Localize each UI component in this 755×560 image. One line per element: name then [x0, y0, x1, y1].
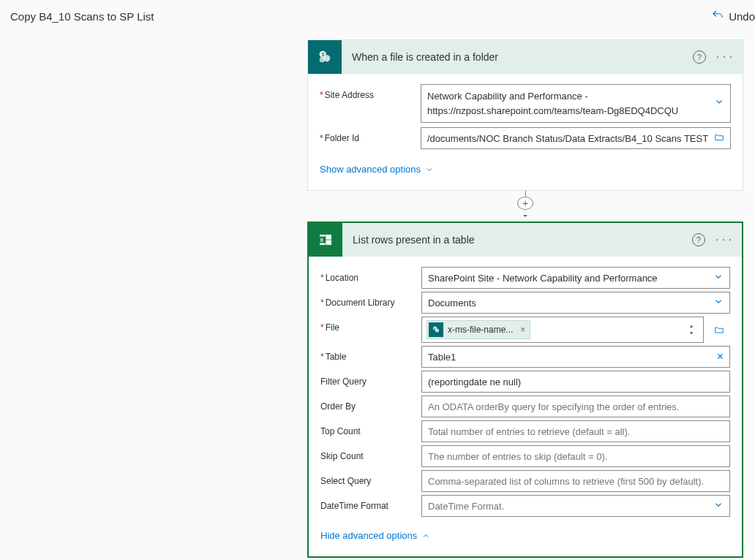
help-icon[interactable]: ? [693, 50, 706, 64]
more-icon[interactable]: · · · [715, 233, 732, 246]
stepper-icon[interactable]: ▴▾ [684, 323, 699, 336]
topbar-actions: Undo [711, 9, 755, 24]
chevron-up-icon [421, 531, 430, 540]
table-input[interactable]: Table1 × [421, 346, 730, 368]
folder-id-input[interactable]: /documents/NOC Branch Status/Data Extrac… [421, 127, 731, 149]
svg-text:X: X [320, 237, 323, 243]
top-input[interactable]: Total number of entries to retrieve (def… [421, 420, 730, 442]
trigger-body: *Site Address Network Capability and Per… [308, 74, 743, 190]
flow-canvas: S When a file is created in a folder ? ·… [307, 39, 743, 558]
help-icon[interactable]: ? [692, 233, 705, 246]
sharepoint-icon: S [308, 40, 342, 74]
filter-label: Filter Query [320, 371, 421, 387]
topbar: Copy B4_10 Scans to SP List Undo [0, 0, 755, 33]
select-label: Select Query [320, 470, 421, 486]
step-connector: + [307, 191, 743, 222]
folder-id-label: *Folder Id [320, 127, 421, 143]
site-address-input[interactable]: Network Capability and Performance - htt… [421, 84, 731, 123]
trigger-title: When a file is created in a folder [342, 51, 693, 63]
select-input[interactable]: Comma-separated list of columns to retri… [421, 470, 730, 492]
show-advanced-link[interactable]: Show advanced options [320, 164, 434, 175]
doclib-input[interactable]: Documents [421, 292, 730, 314]
dynamic-content-token[interactable]: S x-ms-file-name... × [427, 320, 530, 339]
hide-advanced-link[interactable]: Hide advanced options [320, 530, 430, 541]
file-label: *File [320, 317, 421, 333]
action-title: List rows present in a table [342, 234, 692, 246]
action-card: X List rows present in a table ? · · · *… [307, 222, 743, 558]
site-address-label: *Site Address [320, 84, 421, 100]
undo-icon[interactable] [711, 9, 724, 24]
dtformat-label: DateTime Format [320, 495, 421, 511]
trigger-card: S When a file is created in a folder ? ·… [307, 39, 743, 191]
skip-input[interactable]: The number of entries to skip (default =… [421, 445, 730, 467]
dtformat-input[interactable]: DateTime Format. [421, 495, 730, 517]
table-label: *Table [320, 346, 421, 362]
chevron-down-icon[interactable] [714, 97, 724, 111]
chevron-down-icon[interactable] [713, 500, 724, 512]
action-header[interactable]: X List rows present in a table ? · · · [309, 223, 742, 257]
trigger-header[interactable]: S When a file is created in a folder ? ·… [308, 40, 743, 74]
chevron-down-icon[interactable] [713, 297, 724, 309]
skip-label: Skip Count [320, 445, 421, 461]
clear-icon[interactable]: × [717, 350, 724, 363]
svg-text:S: S [321, 52, 325, 57]
folder-picker-icon[interactable] [714, 132, 724, 145]
svg-point-2 [320, 57, 325, 62]
chevron-down-icon [425, 165, 434, 174]
flow-title: Copy B4_10 Scans to SP List [10, 10, 154, 23]
chevron-down-icon[interactable] [713, 272, 724, 284]
arrow-down-icon [520, 208, 530, 222]
svg-point-11 [435, 329, 439, 333]
location-input[interactable]: SharePoint Site - Network Capability and… [421, 267, 730, 289]
file-picker-icon[interactable] [708, 317, 730, 343]
top-label: Top Count [320, 420, 421, 436]
excel-icon: X [309, 223, 342, 257]
location-label: *Location [320, 267, 421, 283]
orderby-label: Order By [320, 396, 421, 412]
filter-input[interactable]: (reportingdate ne null) [421, 371, 730, 393]
file-input[interactable]: S x-ms-file-name... × ▴▾ [421, 317, 704, 343]
undo-label[interactable]: Undo [729, 10, 755, 23]
remove-token-icon[interactable]: × [517, 325, 525, 335]
action-body: *Location SharePoint Site - Network Capa… [309, 257, 742, 556]
orderby-input[interactable]: An ODATA orderBy query for specifying th… [421, 396, 730, 417]
doclib-label: *Document Library [320, 292, 421, 308]
more-icon[interactable]: · · · [716, 50, 732, 64]
sharepoint-token-icon: S [429, 322, 443, 337]
